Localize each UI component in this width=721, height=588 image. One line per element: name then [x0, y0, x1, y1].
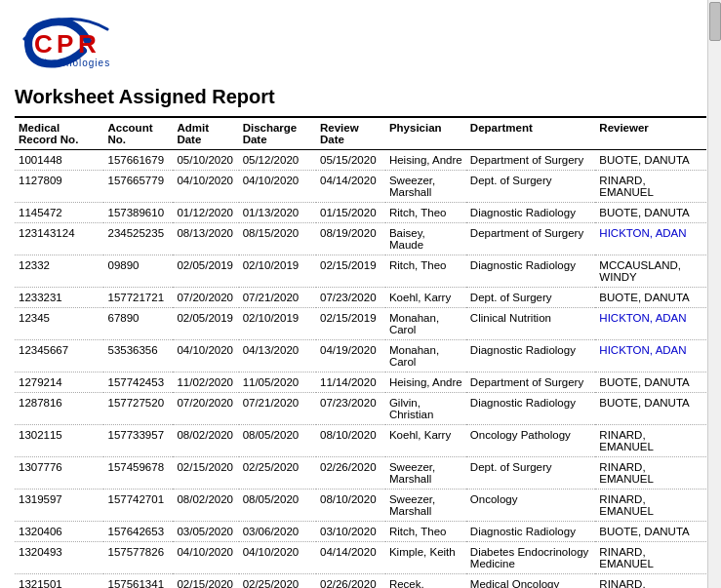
table-row: 100144815766167905/10/202005/12/202005/1…	[15, 150, 706, 171]
cell-discharge_date: 08/05/2020	[239, 490, 316, 522]
cell-medical_record_no: 1233231	[15, 288, 103, 308]
col-header-admit-date: Admit Date	[173, 117, 238, 150]
cell-physician: Ritch, Theo	[385, 255, 466, 288]
table-row: 131959715774270108/02/202008/05/202008/1…	[15, 490, 706, 522]
cell-physician: Baisey, Maude	[385, 223, 466, 255]
cell-reviewer: HICKTON, ADAN	[595, 308, 706, 340]
cell-reviewer: BUOTE, DANUTA	[595, 522, 706, 542]
cell-discharge_date: 02/10/2019	[239, 255, 316, 288]
cell-discharge_date: 02/25/2020	[239, 574, 316, 589]
cell-account_no: 234525235	[103, 223, 173, 255]
cell-physician: Heising, Andre	[385, 372, 466, 393]
cell-review_date: 02/15/2019	[316, 255, 385, 288]
table-row: 123320989002/05/201902/10/201902/15/2019…	[15, 255, 706, 288]
cell-review_date: 08/10/2020	[316, 425, 385, 457]
cell-physician: Sweezer, Marshall	[385, 171, 466, 203]
cell-account_no: 157742453	[103, 372, 173, 393]
svg-text:R: R	[78, 29, 97, 59]
table-row: 123456789002/05/201902/10/201902/15/2019…	[15, 308, 706, 340]
cell-review_date: 03/10/2020	[316, 522, 385, 542]
cell-review_date: 02/26/2020	[316, 457, 385, 490]
cell-discharge_date: 05/12/2020	[239, 150, 316, 171]
cell-physician: Ritch, Theo	[385, 203, 466, 223]
cell-admit_date: 11/02/2020	[173, 372, 238, 393]
cell-reviewer: BUOTE, DANUTA	[595, 150, 706, 171]
cell-physician: Monahan, Carol	[385, 308, 466, 340]
cell-admit_date: 08/02/2020	[173, 490, 238, 522]
cell-medical_record_no: 1001448	[15, 150, 103, 171]
table-row: 132049315757782604/10/202004/10/202004/1…	[15, 542, 706, 574]
cell-admit_date: 08/13/2020	[173, 223, 238, 255]
cell-department: Medical Oncology	[466, 574, 595, 589]
cell-admit_date: 01/12/2020	[173, 203, 238, 223]
cell-medical_record_no: 123143124	[15, 223, 103, 255]
cell-account_no: 157727520	[103, 393, 173, 425]
cell-medical_record_no: 1279214	[15, 372, 103, 393]
cell-medical_record_no: 1287816	[15, 393, 103, 425]
cell-review_date: 07/23/2020	[316, 288, 385, 308]
table-row: 112780915766577904/10/202004/10/202004/1…	[15, 171, 706, 203]
cell-physician: Ritch, Theo	[385, 522, 466, 542]
cell-medical_record_no: 12345	[15, 308, 103, 340]
table-container: Medical Record No. Account No. Admit Dat…	[0, 116, 721, 588]
cell-account_no: 157642653	[103, 522, 173, 542]
table-row: 114547215738961001/12/202001/13/202001/1…	[15, 203, 706, 223]
header: C P R technologies	[0, 0, 721, 78]
cell-admit_date: 02/15/2020	[173, 457, 238, 490]
cell-reviewer: HICKTON, ADAN	[595, 340, 706, 372]
cell-review_date: 04/14/2020	[316, 542, 385, 574]
cell-department: Diagnostic Radiology	[466, 393, 595, 425]
cell-account_no: 157742701	[103, 490, 173, 522]
cell-physician: Kimple, Keith	[385, 542, 466, 574]
cell-admit_date: 08/02/2020	[173, 425, 238, 457]
cell-review_date: 11/14/2020	[316, 372, 385, 393]
cell-reviewer: RINARD, EMANUEL	[595, 457, 706, 490]
cell-admit_date: 07/20/2020	[173, 288, 238, 308]
cell-medical_record_no: 1302115	[15, 425, 103, 457]
cell-review_date: 02/15/2019	[316, 308, 385, 340]
cell-department: Diagnostic Radiology	[466, 340, 595, 372]
cell-department: Oncology Pathology	[466, 425, 595, 457]
cell-medical_record_no: 1307776	[15, 457, 103, 490]
cell-review_date: 02/26/2020	[316, 574, 385, 589]
cell-department: Department of Surgery	[466, 150, 595, 171]
cell-department: Dept. of Surgery	[466, 288, 595, 308]
cell-review_date: 08/10/2020	[316, 490, 385, 522]
cell-admit_date: 04/10/2020	[173, 542, 238, 574]
cell-department: Diagnostic Radiology	[466, 203, 595, 223]
cell-physician: Gilvin, Christian	[385, 393, 466, 425]
cell-discharge_date: 11/05/2020	[239, 372, 316, 393]
cell-medical_record_no: 1321501	[15, 574, 103, 589]
cell-discharge_date: 02/25/2020	[239, 457, 316, 490]
cell-medical_record_no: 1320406	[15, 522, 103, 542]
cell-admit_date: 07/20/2020	[173, 393, 238, 425]
cell-discharge_date: 08/05/2020	[239, 425, 316, 457]
cell-reviewer: BUOTE, DANUTA	[595, 393, 706, 425]
cell-discharge_date: 02/10/2019	[239, 308, 316, 340]
cell-account_no: 157661679	[103, 150, 173, 171]
cell-medical_record_no: 1319597	[15, 490, 103, 522]
cell-account_no: 53536356	[103, 340, 173, 372]
cell-discharge_date: 07/21/2020	[239, 288, 316, 308]
cell-discharge_date: 04/13/2020	[239, 340, 316, 372]
cell-department: Oncology	[466, 490, 595, 522]
table-header-row: Medical Record No. Account No. Admit Dat…	[15, 117, 706, 150]
col-header-account-no: Account No.	[103, 117, 173, 150]
cell-account_no: 67890	[103, 308, 173, 340]
table-row: 123456675353635604/10/202004/13/202004/1…	[15, 340, 706, 372]
cell-account_no: 157721721	[103, 288, 173, 308]
cell-account_no: 157577826	[103, 542, 173, 574]
cell-review_date: 07/23/2020	[316, 393, 385, 425]
scrollbar[interactable]	[707, 0, 721, 588]
cell-admit_date: 05/10/2020	[173, 150, 238, 171]
page-title: Worksheet Assigned Report	[0, 78, 721, 116]
cell-physician: Monahan, Carol	[385, 340, 466, 372]
cell-review_date: 04/19/2020	[316, 340, 385, 372]
cell-account_no: 157459678	[103, 457, 173, 490]
cell-physician: Recek, Cammie	[385, 574, 466, 589]
scrollbar-thumb[interactable]	[709, 2, 721, 41]
cell-admit_date: 02/05/2019	[173, 308, 238, 340]
svg-text:technologies: technologies	[44, 58, 110, 68]
cell-discharge_date: 04/10/2020	[239, 542, 316, 574]
cell-medical_record_no: 1127809	[15, 171, 103, 203]
